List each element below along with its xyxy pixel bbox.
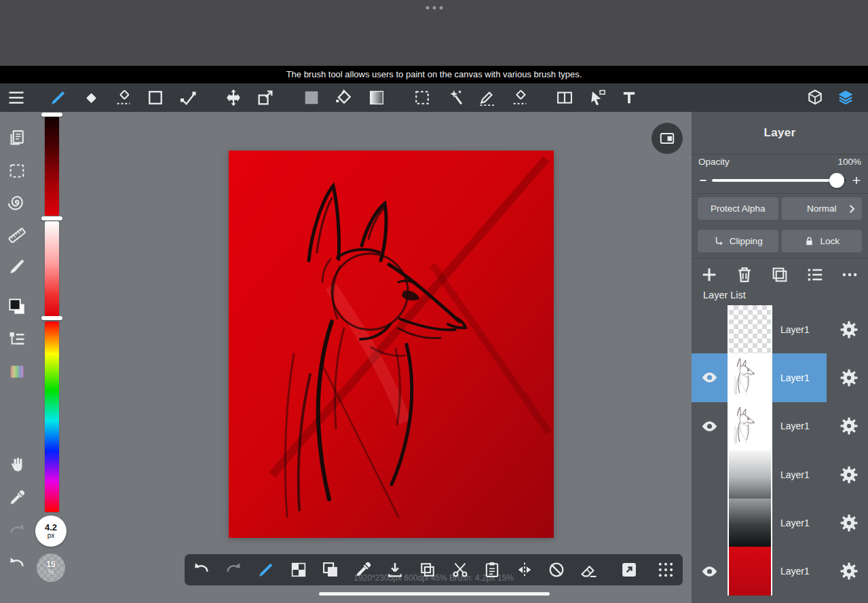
opacity-slider[interactable] [692,170,868,191]
hue-color-bar[interactable] [45,322,59,512]
pages-icon[interactable] [7,128,26,147]
visibility-toggle[interactable] [692,450,728,499]
layer-menu-icon[interactable] [806,265,825,284]
merge-layer-icon[interactable] [321,560,340,579]
magic-wand-tool-icon[interactable] [445,88,464,107]
flip-horizontal-icon[interactable] [515,560,534,579]
duplicate-layer-icon[interactable] [770,265,789,284]
polyline-tool-icon[interactable] [178,88,197,107]
select-pen-tool-icon[interactable] [478,88,497,107]
gear-icon [839,319,859,340]
layer-settings-button[interactable] [830,450,868,499]
eyedropper-icon[interactable] [354,560,373,579]
visibility-toggle[interactable] [692,547,728,595]
layer-settings-button[interactable] [830,305,868,353]
eyedropper-tool-icon[interactable] [7,488,26,507]
value-bar-handle[interactable] [41,113,62,117]
canvas[interactable] [229,151,554,538]
copy-icon[interactable] [418,560,437,579]
material-icon[interactable] [620,560,639,579]
saturation-bar-handle[interactable] [41,216,62,220]
select-area-icon[interactable] [7,161,26,180]
brush-tool-icon[interactable] [257,560,276,579]
chevron-right-icon [846,203,858,215]
paint-bucket-tool-icon[interactable] [335,88,354,107]
select-erase-tool-icon[interactable] [510,88,529,107]
clipping-button[interactable]: Clipping [698,230,778,252]
lock-button[interactable]: Lock [782,230,863,252]
layer-row-selected[interactable]: Layer1 [692,353,868,402]
delete-layer-icon[interactable] [735,265,754,284]
main-toolbar [0,83,868,112]
canvas-navigator-button[interactable] [652,123,683,154]
tool-hint-banner: The brush tool allows users to paint on … [0,66,868,83]
multitask-dots-icon [426,6,442,9]
brush-size-badge[interactable]: 4.2 px [35,516,67,547]
brush-opacity-value: 15 [46,560,55,568]
clipping-icon [713,235,725,247]
hand-tool-icon[interactable] [7,455,26,474]
eye-icon [700,368,719,387]
material-3d-panel-icon[interactable] [806,88,825,107]
transform-tool-icon[interactable] [256,88,275,107]
spiral-icon[interactable] [7,193,26,212]
select-tool-icon[interactable] [413,88,432,107]
layer-thumbnail [728,353,772,402]
text-tool-icon[interactable] [620,88,639,107]
visibility-toggle[interactable] [692,305,728,353]
cut-icon[interactable] [451,560,470,579]
protect-alpha-button[interactable]: Protect Alpha [698,197,778,220]
ruler-icon[interactable] [7,226,26,245]
select-cursor-tool-icon[interactable] [588,88,607,107]
fill-shape-tool-icon[interactable] [302,88,321,107]
add-layer-icon[interactable] [700,265,719,284]
brush-opacity-badge[interactable]: 15 % [37,553,65,582]
layer-settings-button[interactable] [830,499,868,547]
clear-icon[interactable] [580,560,599,579]
brush-list-icon[interactable] [7,330,26,349]
select-eraser-tool-icon[interactable] [114,88,133,107]
shape-tool-icon[interactable] [146,88,165,107]
undo-icon[interactable] [7,555,26,574]
blend-mode-button[interactable]: Normal [782,197,863,220]
menu-icon[interactable] [7,88,26,107]
layers-panel-icon[interactable] [836,88,855,107]
layer-settings-button[interactable] [830,402,868,450]
grid-icon[interactable] [656,560,675,579]
paste-icon[interactable] [483,560,502,579]
save-icon[interactable] [385,560,404,579]
gradient-tool-icon[interactable] [367,88,386,107]
move-tool-icon[interactable] [224,88,243,107]
redo-icon[interactable] [7,522,26,541]
layer-row[interactable]: Layer1 [692,499,868,547]
visibility-toggle[interactable] [692,353,728,402]
visibility-toggle[interactable] [692,499,728,547]
value-color-bar[interactable] [45,117,59,216]
opacity-plus-icon[interactable] [850,170,863,191]
more-options-icon[interactable] [840,265,859,284]
saturation-color-bar[interactable] [45,221,59,316]
brush-tool-icon[interactable] [49,88,68,107]
layer-row[interactable]: Layer1 [692,402,868,450]
opacity-slider-handle[interactable] [829,173,844,188]
color-swatch-icon[interactable] [7,297,26,316]
layer-row[interactable]: Layer1 [692,305,868,353]
transparent-background-icon[interactable] [289,560,308,579]
opacity-minus-icon[interactable] [696,170,710,191]
eraser-tool-icon[interactable] [81,88,100,107]
redo-icon[interactable] [224,560,243,579]
layer-name: Layer1 [772,353,830,402]
layer-row[interactable]: Layer1 [692,450,868,499]
layer-settings-button[interactable] [830,353,868,402]
layer-row[interactable]: Layer1 [692,547,868,595]
undo-icon[interactable] [192,560,211,579]
paint-knife-icon[interactable] [7,257,26,276]
layer-settings-button[interactable] [830,547,868,595]
opacity-slider-track[interactable] [712,179,846,182]
visibility-toggle[interactable] [692,402,728,450]
home-indicator[interactable] [319,592,550,596]
hue-bar-handle[interactable] [41,316,62,320]
rotate-lock-icon[interactable] [547,560,566,579]
tone-palette-icon[interactable] [7,362,26,381]
divide-canvas-tool-icon[interactable] [555,88,574,107]
